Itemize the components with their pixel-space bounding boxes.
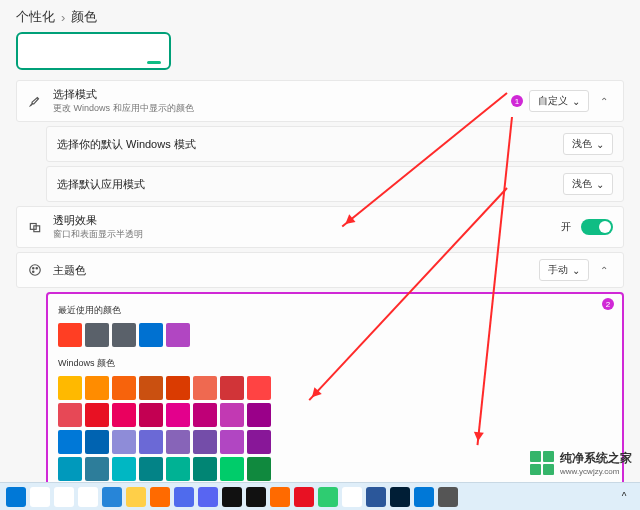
widgets-icon[interactable] (78, 487, 98, 507)
color-swatch[interactable] (247, 403, 271, 427)
color-swatch[interactable] (58, 403, 82, 427)
color-swatch[interactable] (247, 376, 271, 400)
row-windows-mode[interactable]: 选择你的默认 Windows 模式 浅色 ⌄ (46, 126, 624, 162)
row-title: 透明效果 (53, 213, 561, 228)
color-swatch[interactable] (193, 430, 217, 454)
row-desc: 窗口和表面显示半透明 (53, 228, 561, 241)
color-swatch[interactable] (247, 430, 271, 454)
color-swatch[interactable] (193, 403, 217, 427)
color-swatch[interactable] (247, 457, 271, 481)
windows-colors-label: Windows 颜色 (58, 357, 612, 370)
color-swatch[interactable] (220, 403, 244, 427)
colors-panel: 2 最近使用的颜色 Windows 颜色 (46, 292, 624, 510)
color-swatch[interactable] (85, 403, 109, 427)
transparency-icon (27, 219, 43, 235)
toggle-label: 开 (561, 220, 571, 234)
color-swatch[interactable] (58, 376, 82, 400)
recent-colors (58, 323, 318, 347)
expand-chevron[interactable]: ⌃ (595, 265, 613, 276)
breadcrumb: 个性化 › 颜色 (16, 8, 624, 26)
search-icon[interactable] (30, 487, 50, 507)
color-swatch[interactable] (139, 376, 163, 400)
row-accent[interactable]: 主题色 手动 ⌄ ⌃ (16, 252, 624, 288)
color-swatch[interactable] (166, 323, 190, 347)
color-swatch[interactable] (85, 430, 109, 454)
xdroid-icon[interactable] (270, 487, 290, 507)
row-desc: 更改 Windows 和应用中显示的颜色 (53, 102, 511, 115)
color-swatch[interactable] (58, 457, 82, 481)
svg-point-2 (30, 265, 41, 276)
breadcrumb-parent[interactable]: 个性化 (16, 8, 55, 26)
firefox-icon[interactable] (150, 487, 170, 507)
ps-icon[interactable] (390, 487, 410, 507)
taskview-icon[interactable] (54, 487, 74, 507)
edge-icon[interactable] (102, 487, 122, 507)
color-swatch[interactable] (166, 430, 190, 454)
svg-point-5 (33, 271, 34, 272)
color-swatch[interactable] (58, 323, 82, 347)
color-swatch[interactable] (220, 376, 244, 400)
taskbar-apps (6, 487, 458, 507)
row-transparency[interactable]: 透明效果 窗口和表面显示半透明 开 (16, 206, 624, 248)
annotation-badge-1: 1 (511, 95, 523, 107)
color-swatch[interactable] (85, 457, 109, 481)
music-icon[interactable] (222, 487, 242, 507)
app-mode-select[interactable]: 浅色 ⌄ (563, 173, 613, 195)
color-swatch[interactable] (193, 376, 217, 400)
color-swatch[interactable] (139, 323, 163, 347)
accent-select[interactable]: 手动 ⌄ (539, 259, 589, 281)
row-title: 选择默认应用模式 (57, 177, 563, 192)
annotation-badge-2: 2 (602, 298, 614, 310)
chevron-down-icon: ⌄ (596, 139, 604, 150)
color-swatch[interactable] (166, 403, 190, 427)
expand-chevron[interactable]: ⌃ (595, 96, 613, 107)
vs-icon[interactable] (414, 487, 434, 507)
capcut-icon[interactable] (246, 487, 266, 507)
app-icon[interactable] (294, 487, 314, 507)
mode-select[interactable]: 自定义 ⌄ (529, 90, 589, 112)
color-swatch[interactable] (139, 403, 163, 427)
chevron-down-icon: ⌄ (596, 179, 604, 190)
explorer-icon[interactable] (126, 487, 146, 507)
taskbar: ^ (0, 482, 640, 510)
color-swatch[interactable] (58, 430, 82, 454)
color-preview-tile[interactable] (16, 32, 171, 70)
win-mode-select[interactable]: 浅色 ⌄ (563, 133, 613, 155)
app2-icon[interactable] (342, 487, 362, 507)
settings-icon[interactable] (438, 487, 458, 507)
note-icon[interactable] (318, 487, 338, 507)
color-swatch[interactable] (166, 376, 190, 400)
color-swatch[interactable] (139, 430, 163, 454)
color-swatch[interactable] (112, 323, 136, 347)
chevron-down-icon: ⌄ (572, 96, 580, 107)
tray-chevron[interactable]: ^ (614, 487, 634, 507)
word-icon[interactable] (366, 487, 386, 507)
start-icon[interactable] (6, 487, 26, 507)
row-choose-mode[interactable]: 选择模式 更改 Windows 和应用中显示的颜色 1 自定义 ⌄ ⌃ (16, 80, 624, 122)
color-swatch[interactable] (166, 457, 190, 481)
svg-point-4 (36, 268, 37, 269)
color-swatch[interactable] (193, 457, 217, 481)
email-icon[interactable] (174, 487, 194, 507)
color-swatch[interactable] (112, 403, 136, 427)
chevron-down-icon: ⌄ (572, 265, 580, 276)
color-swatch[interactable] (220, 430, 244, 454)
color-swatch[interactable] (112, 430, 136, 454)
row-title: 选择模式 (53, 87, 511, 102)
row-app-mode[interactable]: 选择默认应用模式 浅色 ⌄ (46, 166, 624, 202)
color-swatch[interactable] (112, 457, 136, 481)
color-swatch[interactable] (85, 323, 109, 347)
svg-point-3 (33, 268, 34, 269)
color-swatch[interactable] (220, 457, 244, 481)
watermark-logo (530, 451, 554, 475)
row-title: 主题色 (53, 263, 539, 278)
transparency-toggle[interactable] (581, 219, 613, 235)
breadcrumb-current: 颜色 (71, 8, 97, 26)
discord-icon[interactable] (198, 487, 218, 507)
watermark-url: www.ycwjzy.com (560, 467, 632, 476)
color-swatch[interactable] (139, 457, 163, 481)
color-swatch[interactable] (112, 376, 136, 400)
color-swatch[interactable] (85, 376, 109, 400)
breadcrumb-separator: › (61, 10, 65, 25)
recent-colors-label: 最近使用的颜色 (58, 304, 612, 317)
